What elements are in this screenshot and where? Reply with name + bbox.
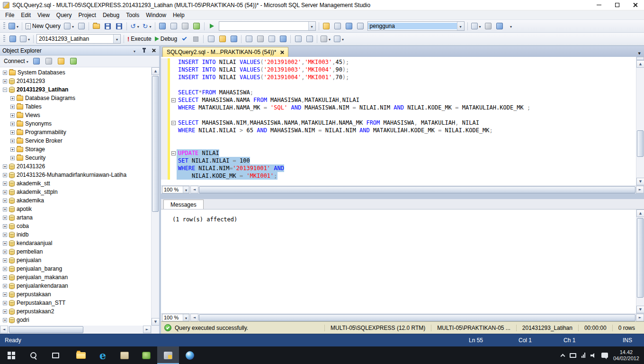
scrollbar-thumb[interactable] [637,218,644,298]
minimize-button[interactable] [590,0,608,10]
toolbar-grip[interactable] [3,22,5,30]
tray-expand-icon[interactable] [560,354,565,358]
tree-item-perpustakaan2[interactable]: +perpustakaan2 [0,307,151,316]
toolbar-button[interactable] [483,21,494,31]
close-button[interactable] [626,0,644,10]
scroll-right-button[interactable] [636,314,644,321]
code-line-15[interactable]: WHERE NILAI.NIM='201391001' AND [161,164,636,172]
toolbar-grip[interactable] [3,35,5,43]
save-all-button[interactable] [114,21,125,31]
scrollbar-track[interactable] [636,68,644,178]
scroll-down-button[interactable] [636,306,644,313]
tree-item-akademik-sttpln[interactable]: +akademik_sttpln [0,188,151,196]
available-databases-combobox[interactable]: 201431293_Latihan [36,34,121,44]
toolbar-button[interactable] [18,34,31,44]
editor-vertical-scrollbar[interactable] [636,57,644,185]
expand-icon[interactable]: + [10,122,15,126]
code-line-11[interactable] [161,134,636,142]
tree-item-penjualankendaraan[interactable]: +penjualankendaraan [0,282,151,290]
expand-icon[interactable]: + [3,173,7,177]
expand-icon[interactable]: + [3,182,7,186]
pin-button[interactable] [141,47,147,54]
window-position-button[interactable] [131,47,138,54]
messages-horizontal-scrollbar[interactable] [190,314,644,322]
toolbar-button[interactable] [63,21,75,31]
start-button[interactable] [0,346,23,364]
code-line-14[interactable]: SET NILAI.NILAI = 100 [161,157,636,164]
toolbar-combobox[interactable] [219,21,316,31]
tree-item-penjualan[interactable]: +penjualan [0,256,151,264]
toolbar-button[interactable] [243,34,254,44]
tree-item-apotik[interactable]: +apotik [0,205,151,213]
scrollbar-track[interactable] [152,75,159,318]
tree-item-database-diagrams[interactable]: +Database Diagrams [0,94,151,102]
code-line-8[interactable] [161,111,636,119]
scrollbar-track[interactable] [198,314,636,322]
toolbar-button[interactable] [344,21,355,31]
toolbar-button[interactable] [206,21,217,31]
code-line-16[interactable]: NILAI.KODE_MK = 'MKI001'; [161,172,636,180]
maximize-button[interactable] [608,0,626,10]
tray-display-icon[interactable] [570,353,576,358]
messages-zoom-combobox[interactable]: 100 % [162,314,189,321]
disconnect-button[interactable] [31,56,42,66]
scroll-left-button[interactable] [0,326,8,333]
scrollbar-thumb[interactable] [637,130,644,157]
expand-icon[interactable]: + [3,241,7,246]
code-line-1[interactable]: INSERT INTO NILAI VALUES('201391002','MK… [161,58,636,66]
toolbar-button[interactable] [157,21,168,31]
toolbar-button[interactable] [266,34,277,44]
debug-button[interactable]: Debug [153,34,179,44]
toolbar-button[interactable] [255,34,266,44]
expand-icon[interactable]: + [3,309,7,314]
messages-vertical-scrollbar[interactable] [636,209,644,313]
taskbar-app-green[interactable] [135,346,157,364]
scroll-down-button[interactable] [636,178,644,185]
tab-sqlquery2[interactable]: SQLQuery2.sql - M...PRAKTIKAN-05 (54))* [162,47,288,57]
search-button[interactable] [23,346,45,364]
tree-item-201431293[interactable]: +201431293 [0,77,151,85]
scrollbar-thumb[interactable] [199,314,635,321]
code-line-5[interactable]: SELECT*FROM MAHASISWA; [161,89,636,96]
toolbar-button[interactable] [191,21,202,31]
combobox-dropdown-button[interactable] [457,22,464,30]
toolbar-button[interactable] [277,34,288,44]
refresh-button[interactable] [68,56,79,66]
toolbar-button[interactable] [319,34,332,44]
code-line-10[interactable]: WHERE NILAI.NILAI > 65 AND MAHASISWA.NIM… [161,127,636,134]
splitter-handle[interactable] [636,57,644,60]
tree-item-storage[interactable]: +Storage [0,145,151,154]
expand-icon[interactable]: + [3,224,7,228]
expand-icon[interactable]: + [3,79,7,83]
toolbar-button[interactable] [169,21,179,31]
expand-icon[interactable]: + [3,267,7,271]
combobox-dropdown-button[interactable] [183,186,189,193]
expand-icon[interactable]: + [10,105,15,109]
toolbar-button[interactable] [355,21,366,31]
tree-item-programmability[interactable]: +Programmability [0,128,151,136]
scrollbar-thumb[interactable] [199,186,635,193]
scrollbar-track[interactable] [8,326,143,334]
expand-icon[interactable]: + [3,199,7,203]
database-engine-query-button[interactable] [7,21,20,31]
tree-item-201431326-muhamadirfankurniawan-latiha[interactable]: +201431326-Muhamadirfankurniawan-Latiha [0,171,151,179]
collapse-icon[interactable]: − [3,88,7,92]
code-line-12[interactable] [161,142,636,149]
sql-editor[interactable]: INSERT INTO NILAI VALUES('201391002','MK… [161,57,644,185]
toolbar-button[interactable] [470,21,483,31]
execute-button[interactable]: Execute [126,34,153,44]
toolbar-overflow-button[interactable] [506,21,517,31]
scrollbar-thumb[interactable] [152,76,159,212]
toolbar-button[interactable] [332,34,345,44]
combobox-dropdown-button[interactable] [113,35,120,43]
expand-icon[interactable]: + [10,113,15,118]
tree-item-perpustakaan[interactable]: +perpustakaan [0,290,151,299]
tray-network-icon[interactable] [581,353,585,358]
menu-window[interactable]: Window [143,11,170,19]
tree-item-201431326[interactable]: +201431326 [0,162,151,171]
toolbar-button[interactable] [76,21,87,31]
change-connection-button[interactable] [7,34,18,44]
collapse-region-icon[interactable]: − [171,121,176,125]
toolbar-button[interactable] [293,34,304,44]
expand-icon[interactable]: + [10,147,15,152]
